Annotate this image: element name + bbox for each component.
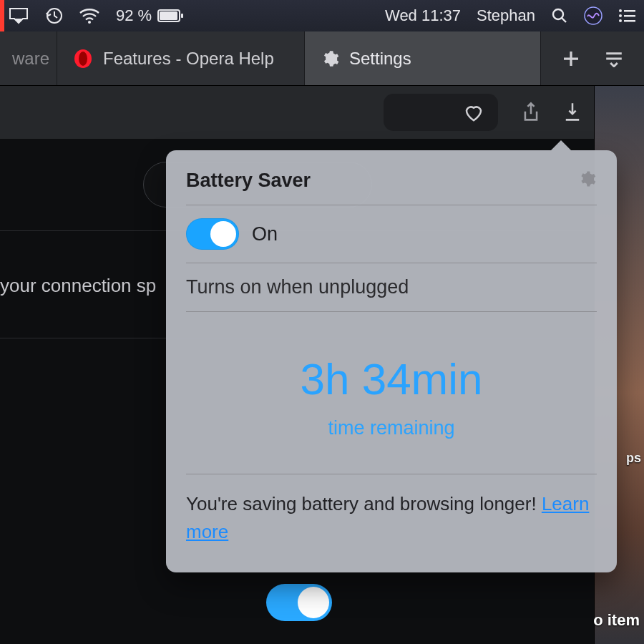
time-remaining-caption: time remaining [186,417,597,439]
clock-text[interactable]: Wed 11:37 [385,6,461,25]
svg-point-7 [619,9,622,12]
svg-rect-3 [160,11,177,20]
svg-rect-10 [624,15,635,17]
browser-toolbar [0,86,644,139]
tab-settings-label: Settings [349,49,411,69]
tab-help-label: Features - Opera Help [103,49,274,69]
opera-icon [73,49,93,69]
spotlight-icon[interactable] [551,7,568,24]
svg-point-11 [619,19,622,22]
share-icon[interactable] [518,99,544,125]
battery-status[interactable]: 92 % [116,6,185,25]
bookmark-heart-icon[interactable] [461,99,487,125]
svg-rect-12 [624,20,635,22]
siri-icon[interactable] [584,6,602,25]
svg-rect-8 [624,10,635,12]
recording-indicator [0,0,4,31]
popover-title: Battery Saver [186,170,311,192]
new-tab-button[interactable] [558,46,584,72]
svg-point-9 [619,14,622,17]
svg-point-14 [79,52,87,66]
battery-saver-toggle[interactable] [186,218,239,250]
svg-point-5 [553,9,563,19]
svg-rect-4 [181,14,183,18]
svg-point-1 [88,21,91,24]
divider [186,311,597,312]
desktop-item-label[interactable]: o item [593,611,640,630]
browser-tabstrip: ware Features - Opera Help Settings [0,31,644,86]
tab-prev-label: ware [12,49,49,69]
address-bar[interactable] [384,94,498,131]
tab-settings[interactable]: Settings [305,31,541,85]
popover-arrow [551,140,571,150]
battery-percent-label: 92 % [116,6,152,25]
battery-saver-message-text: You're saving battery and browsing longe… [186,493,542,514]
desktop-label-fragment: ps [626,451,641,466]
tab-menu-button[interactable] [601,46,627,72]
gear-icon [321,49,339,68]
notification-center-icon[interactable] [618,9,635,23]
popover-settings-gear-icon[interactable] [577,169,597,192]
time-remaining-value: 3h 34min [186,353,597,404]
time-machine-icon[interactable] [44,6,63,25]
battery-saver-popover: Battery Saver On Turns on when unplugged… [166,150,617,572]
tab-previous-truncated[interactable]: ware [0,31,57,85]
user-name[interactable]: Stephan [477,6,535,25]
divider [186,474,597,474]
divider [186,263,597,263]
wifi-icon[interactable] [79,8,100,24]
tab-opera-help[interactable]: Features - Opera Help [57,31,305,85]
downloads-icon[interactable] [560,99,585,125]
settings-toggle[interactable] [266,584,332,621]
mac-menubar: 92 % Wed 11:37 Stephan [0,0,644,31]
connection-speed-label: your connection sp [0,275,156,297]
battery-saver-toggle-label: On [252,223,278,245]
battery-saver-message: You're saving battery and browsing longe… [186,490,597,546]
battery-saver-condition-text: Turns on when unplugged [186,276,597,298]
airplay-icon[interactable] [9,7,29,24]
divider [186,205,597,205]
